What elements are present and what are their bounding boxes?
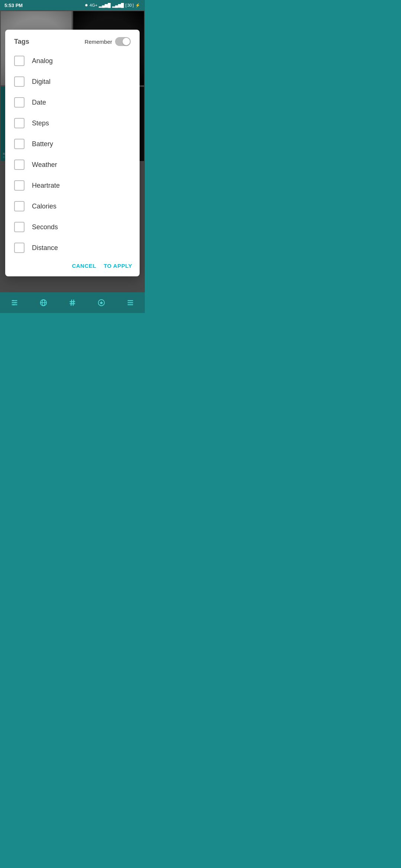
- nav-filter-icon[interactable]: [7, 295, 22, 310]
- signal-icon-2: ▂▄▆█: [112, 3, 124, 8]
- checkbox-item-calories[interactable]: Calories: [10, 196, 135, 217]
- charging-icon: ⚡: [135, 3, 140, 8]
- status-bar: 5:53 PM ✸ 4G+ ▂▄▆█ ▂▄▆█ [30] ⚡: [0, 0, 145, 10]
- checkbox-battery[interactable]: [14, 139, 25, 149]
- checkbox-item-steps[interactable]: Steps: [10, 113, 135, 134]
- toggle-thumb: [123, 38, 130, 45]
- dialog-buttons: CANCEL TO APPLY: [5, 258, 140, 273]
- checkbox-item-digital[interactable]: Digital: [10, 71, 135, 92]
- status-time: 5:53 PM: [4, 3, 23, 8]
- svg-marker-14: [100, 301, 103, 304]
- tags-dialog: Tags Remember Analog Digital Date Steps: [5, 30, 140, 276]
- cancel-button[interactable]: CANCEL: [72, 263, 97, 269]
- checkbox-label-battery: Battery: [32, 140, 53, 148]
- checkbox-label-seconds: Seconds: [32, 223, 58, 231]
- bluetooth-icon: ✸: [85, 3, 88, 8]
- checkbox-label-analog: Analog: [32, 57, 53, 65]
- checkbox-weather[interactable]: [14, 160, 25, 170]
- status-icons: ✸ 4G+ ▂▄▆█ ▂▄▆█ [30] ⚡: [85, 3, 140, 8]
- checkbox-item-heartrate[interactable]: Heartrate: [10, 175, 135, 196]
- svg-line-11: [71, 300, 72, 306]
- checkbox-list: Analog Digital Date Steps Battery Weathe…: [5, 50, 140, 258]
- checkbox-item-date[interactable]: Date: [10, 92, 135, 113]
- checkbox-calories[interactable]: [14, 201, 25, 211]
- svg-point-5: [13, 304, 14, 306]
- checkbox-label-steps: Steps: [32, 119, 49, 127]
- checkbox-seconds[interactable]: [14, 222, 25, 232]
- svg-point-3: [13, 300, 14, 302]
- checkbox-date[interactable]: [14, 97, 25, 108]
- checkbox-label-distance: Distance: [32, 244, 58, 252]
- checkbox-label-digital: Digital: [32, 78, 50, 86]
- remember-label: Remember: [85, 39, 112, 45]
- checkbox-heartrate[interactable]: [14, 180, 25, 191]
- checkbox-label-heartrate: Heartrate: [32, 182, 60, 190]
- checkbox-label-date: Date: [32, 99, 46, 106]
- checkbox-item-analog[interactable]: Analog: [10, 50, 135, 71]
- signal-icon: ▂▄▆█: [99, 3, 111, 8]
- nav-menu-icon[interactable]: [123, 295, 138, 310]
- checkbox-label-calories: Calories: [32, 203, 56, 210]
- bottom-nav: [0, 292, 145, 313]
- checkbox-digital[interactable]: [14, 76, 25, 87]
- checkbox-item-weather[interactable]: Weather: [10, 154, 135, 175]
- remember-toggle[interactable]: [115, 37, 131, 46]
- remember-toggle-container: Remember: [85, 37, 131, 46]
- battery-icon: [30]: [125, 3, 134, 7]
- svg-point-4: [14, 302, 16, 303]
- checkbox-label-weather: Weather: [32, 161, 57, 169]
- checkbox-distance[interactable]: [14, 243, 25, 253]
- svg-line-12: [73, 300, 74, 306]
- apply-button[interactable]: TO APPLY: [104, 263, 132, 269]
- dialog-header: Tags Remember: [5, 30, 140, 50]
- nav-globe-icon[interactable]: [36, 295, 51, 310]
- dialog-title: Tags: [14, 38, 29, 46]
- checkbox-steps[interactable]: [14, 118, 25, 128]
- checkbox-item-seconds[interactable]: Seconds: [10, 217, 135, 237]
- checkbox-item-distance[interactable]: Distance: [10, 237, 135, 258]
- nav-hash-icon[interactable]: [65, 295, 80, 310]
- nav-star-icon[interactable]: [94, 295, 109, 310]
- checkbox-item-battery[interactable]: Battery: [10, 134, 135, 154]
- network-label: 4G+: [89, 3, 97, 7]
- checkbox-analog[interactable]: [14, 56, 25, 66]
